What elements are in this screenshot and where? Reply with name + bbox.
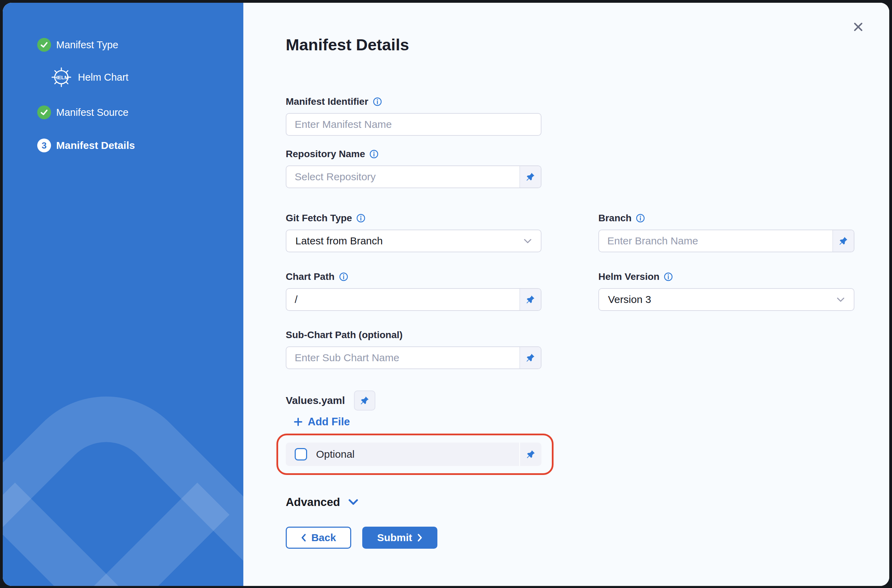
wizard-sidebar: Manifest Type HELM: [3, 3, 243, 586]
pin-icon[interactable]: [519, 442, 541, 466]
step-number-badge: 3: [37, 138, 51, 152]
values-yaml-label: Values.yaml: [286, 394, 345, 406]
chevron-right-icon: [417, 534, 423, 542]
check-icon: [37, 105, 51, 119]
check-icon: [37, 38, 51, 52]
pin-icon[interactable]: [519, 289, 541, 310]
manifest-details-modal: Manifest Type HELM: [3, 3, 889, 586]
sidebar-subitem-helm-chart: HELM Helm Chart: [51, 66, 129, 88]
info-icon[interactable]: [369, 150, 378, 159]
field-label: Manifest Identifier: [286, 96, 369, 107]
plus-icon: [293, 417, 303, 427]
chart-path-input[interactable]: [286, 289, 519, 310]
select-value: Latest from Branch: [295, 235, 382, 247]
values-yaml-section: Values.yaml: [286, 390, 375, 411]
add-file-button[interactable]: Add File: [293, 416, 350, 428]
branch-input[interactable]: [599, 230, 832, 252]
info-icon[interactable]: [664, 272, 673, 281]
svg-text:HELM: HELM: [54, 75, 69, 80]
field-label: Chart Path: [286, 271, 335, 282]
close-icon[interactable]: [849, 17, 868, 36]
submit-button[interactable]: Submit: [362, 526, 438, 549]
field-label: Git Fetch Type: [286, 213, 352, 224]
field-manifest-identifier: Manifest Identifier: [286, 96, 541, 136]
sidebar-step-manifest-source[interactable]: Manifest Source: [37, 105, 129, 119]
add-file-label: Add File: [308, 416, 350, 428]
back-button[interactable]: Back: [286, 526, 351, 549]
optional-checkbox-label: Optional: [316, 448, 355, 460]
advanced-label: Advanced: [286, 496, 340, 509]
chevron-down-icon: [523, 238, 532, 244]
submit-label: Submit: [377, 532, 412, 543]
pin-icon[interactable]: [519, 166, 541, 188]
step-label: Manifest Type: [56, 39, 118, 51]
back-label: Back: [311, 532, 336, 543]
optional-checkbox[interactable]: [295, 448, 307, 460]
step-label: Manifest Details: [56, 140, 135, 151]
chevron-down-icon: [348, 499, 359, 506]
field-repository-name: Repository Name: [286, 148, 541, 188]
manifest-details-panel: Manifest Details Manifest Identifier: [243, 3, 889, 586]
field-label: Helm Version: [598, 271, 660, 282]
field-git-fetch-type: Git Fetch Type Latest from Branch: [286, 212, 541, 252]
info-icon[interactable]: [636, 214, 645, 223]
wizard-footer: Back Submit: [286, 526, 438, 549]
info-icon[interactable]: [373, 97, 382, 106]
sub-chart-path-input[interactable]: [286, 347, 519, 369]
helm-icon: HELM: [51, 66, 72, 88]
git-fetch-type-select[interactable]: Latest from Branch: [286, 230, 541, 252]
pin-icon[interactable]: [832, 230, 854, 252]
field-helm-version: Helm Version Version 3: [598, 271, 855, 311]
field-label: Repository Name: [286, 148, 365, 160]
field-label: Branch: [598, 213, 631, 224]
manifest-identifier-input[interactable]: [286, 114, 541, 135]
info-icon[interactable]: [339, 272, 348, 281]
sidebar-watermark-logo: [3, 313, 243, 586]
pin-icon[interactable]: [354, 390, 375, 411]
select-value: Version 3: [608, 294, 651, 305]
helm-version-select[interactable]: Version 3: [598, 288, 855, 311]
field-label: Sub-Chart Path (optional): [286, 330, 403, 340]
chevron-down-icon: [837, 297, 845, 302]
step-label: Manifest Source: [56, 107, 129, 118]
step-label: Helm Chart: [78, 72, 129, 83]
chevron-left-icon: [301, 534, 306, 542]
pin-icon[interactable]: [519, 347, 541, 369]
sidebar-step-manifest-details[interactable]: 3 Manifest Details: [37, 138, 135, 152]
advanced-toggle[interactable]: Advanced: [286, 496, 359, 509]
sidebar-step-manifest-type[interactable]: Manifest Type: [37, 38, 118, 52]
field-sub-chart-path: Sub-Chart Path (optional): [286, 329, 541, 369]
page-title: Manifest Details: [286, 35, 409, 54]
info-icon[interactable]: [356, 214, 365, 223]
field-branch: Branch: [598, 212, 855, 252]
field-chart-path: Chart Path: [286, 271, 541, 311]
optional-file-row: Optional: [286, 442, 541, 466]
repository-name-input[interactable]: [286, 166, 519, 188]
